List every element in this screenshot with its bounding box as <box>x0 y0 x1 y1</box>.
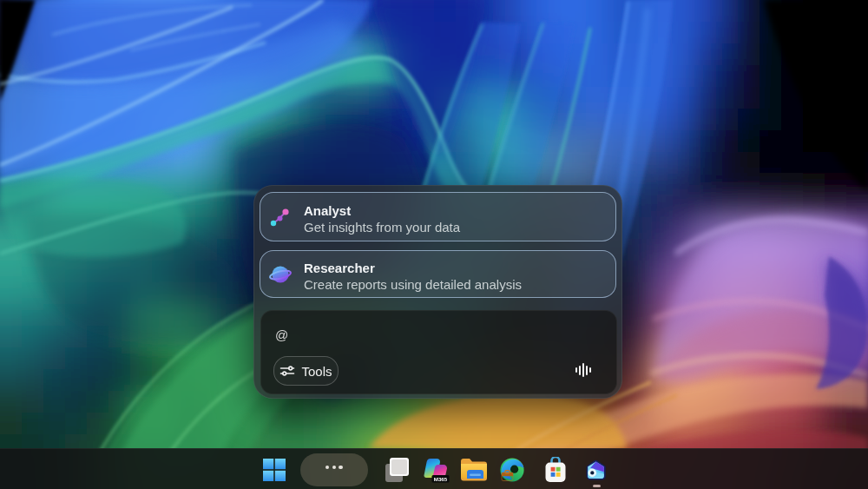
svg-text:M365: M365 <box>434 476 448 482</box>
